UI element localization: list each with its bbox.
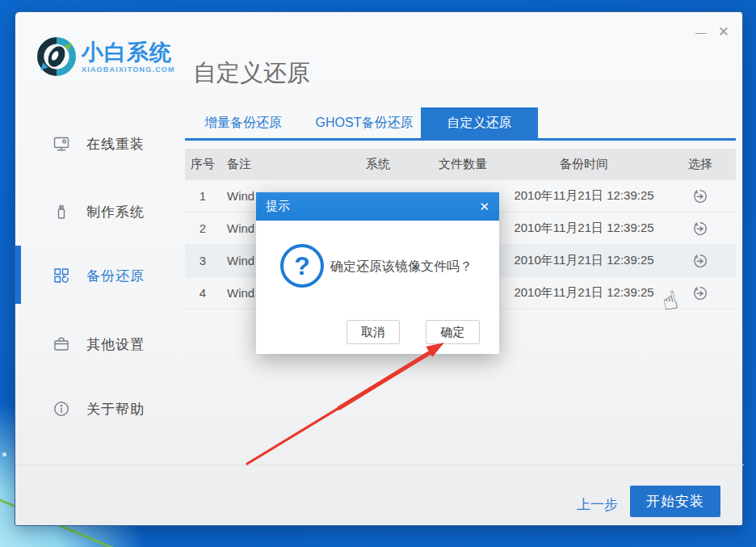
row-backup-time: 2010年11月21日 12:39:25: [503, 253, 665, 268]
tab-bar: 增量备份还原 GHOST备份还原 自定义还原: [185, 107, 736, 141]
dialog-close-icon[interactable]: ✕: [479, 200, 489, 214]
sidebar-item-about-help[interactable]: 关于帮助: [52, 395, 182, 423]
row-index: 3: [185, 254, 220, 267]
sidebar-item-backup-restore[interactable]: 备份还原: [52, 262, 182, 289]
page-title: 自定义还原: [193, 57, 310, 90]
column-header-system: 系统: [334, 157, 422, 172]
minimize-icon[interactable]: —: [695, 27, 705, 38]
back-button[interactable]: 上一步: [577, 495, 618, 514]
row-backup-time: 2010年11月21日 12:39:25: [503, 188, 665, 204]
table-header-row: 序号 备注 系统 文件数量 备份时间 选择: [185, 149, 736, 180]
wallpaper-light-speck: [2, 452, 6, 457]
restore-icon[interactable]: [691, 220, 709, 238]
row-index: 1: [185, 189, 220, 203]
window-controls: — ✕: [695, 25, 729, 39]
sidebar-item-label: 关于帮助: [86, 400, 145, 419]
sidebar-item-make-system[interactable]: 制作系统: [52, 198, 182, 225]
cancel-button[interactable]: 取消: [346, 320, 400, 344]
sidebar-item-label: 制作系统: [86, 203, 145, 221]
brand-logo-icon: [36, 36, 77, 77]
confirm-button[interactable]: 确定: [426, 320, 480, 344]
column-header-note: 备注: [220, 157, 334, 172]
start-install-button[interactable]: 开始安装: [630, 486, 720, 517]
row-index: 4: [185, 286, 220, 300]
confirm-dialog: 提示 ✕ ? 确定还原该镜像文件吗？ 取消 确定: [256, 192, 499, 354]
question-mark-icon: ?: [280, 244, 324, 288]
brand-name: 小白系统: [82, 40, 175, 65]
monitor-icon: [52, 135, 70, 153]
usb-icon: [52, 203, 70, 221]
sidebar-item-label: 其他设置: [86, 335, 145, 354]
row-backup-time: 2010年11月21日 12:39:25: [503, 285, 665, 301]
restore-icon[interactable]: [691, 187, 709, 205]
row-backup-time: 2010年11月21日 12:39:25: [503, 221, 665, 236]
dialog-message: 确定还原该镜像文件吗？: [330, 257, 492, 276]
column-header-backup-time: 备份时间: [503, 157, 665, 172]
restore-icon[interactable]: [691, 252, 709, 270]
sidebar-item-online-reinstall[interactable]: 在线重装: [52, 130, 182, 158]
footer-divider: [15, 465, 744, 465]
close-icon[interactable]: ✕: [718, 25, 729, 39]
brand-text: 小白系统 XIAOBAIXITONG.COM: [82, 40, 175, 74]
column-header-index: 序号: [185, 157, 220, 172]
info-icon: [52, 400, 70, 418]
dialog-header: 提示 ✕: [256, 192, 499, 221]
grid-restore-icon: [52, 267, 70, 284]
tab-incremental-backup-restore[interactable]: 增量备份还原: [195, 107, 292, 138]
tab-ghost-backup-restore[interactable]: GHOST备份还原: [308, 107, 421, 138]
tab-custom-restore[interactable]: 自定义还原: [421, 107, 538, 138]
restore-icon[interactable]: [691, 284, 709, 302]
briefcase-icon: [52, 335, 70, 353]
sidebar-item-label: 备份还原: [86, 267, 145, 285]
brand-logo: 小白系统 XIAOBAIXITONG.COM: [36, 36, 175, 77]
sidebar-item-other-settings[interactable]: 其他设置: [52, 330, 182, 358]
sidebar-item-label: 在线重装: [86, 135, 145, 154]
dialog-title: 提示: [266, 199, 479, 214]
active-item-accent-bar: [15, 246, 21, 304]
column-header-file-count: 文件数量: [422, 157, 503, 172]
brand-domain: XIAOBAIXITONG.COM: [82, 65, 175, 74]
row-index: 2: [185, 221, 220, 235]
column-header-select: 选择: [665, 157, 736, 172]
